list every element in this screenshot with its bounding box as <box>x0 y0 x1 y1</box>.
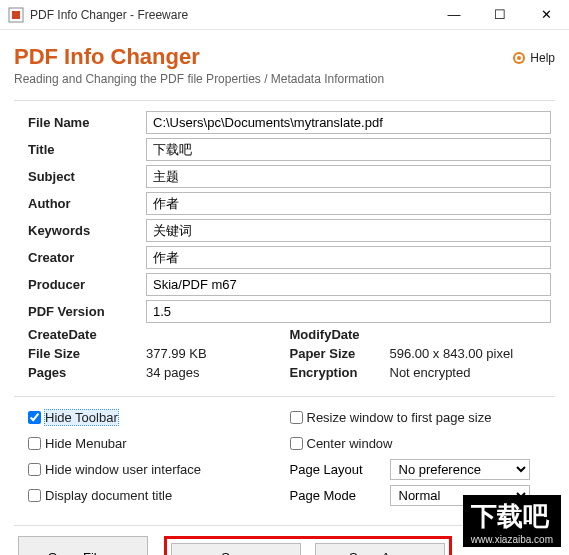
app-icon <box>8 7 24 23</box>
pages-value: 34 pages <box>146 365 200 380</box>
window-title: PDF Info Changer - Freeware <box>30 8 431 22</box>
keywords-label: Keywords <box>28 223 146 238</box>
maximize-button[interactable]: ☐ <box>477 0 523 30</box>
author-label: Author <box>28 196 146 211</box>
center-window-label: Center window <box>307 436 393 451</box>
file-name-label: File Name <box>28 115 146 130</box>
hide-toolbar-label: Hide Toolbar <box>45 410 118 425</box>
producer-input[interactable] <box>146 273 551 296</box>
watermark-text: 下载吧 <box>471 501 549 531</box>
tagline: Reading and Changing the PDF file Proper… <box>14 72 555 86</box>
app-title: PDF Info Changer <box>14 44 200 70</box>
watermark-url: www.xiazaiba.com <box>471 534 553 545</box>
pdf-version-input[interactable] <box>146 300 551 323</box>
keywords-input[interactable] <box>146 219 551 242</box>
hide-ui-checkbox[interactable] <box>28 463 41 476</box>
window-controls: — ☐ ✕ <box>431 0 569 30</box>
producer-label: Producer <box>28 277 146 292</box>
hide-ui-label: Hide window user interface <box>45 462 201 477</box>
svg-point-4 <box>517 56 521 60</box>
help-icon <box>511 50 527 66</box>
display-title-checkbox[interactable] <box>28 489 41 502</box>
creator-input[interactable] <box>146 246 551 269</box>
open-file-button[interactable]: Open File ... <box>18 536 148 555</box>
modify-date-label: ModifyDate <box>290 327 390 342</box>
paper-size-label: Paper Size <box>290 346 390 361</box>
page-layout-select[interactable]: No preference <box>390 459 530 480</box>
properties-form: File Name Title Subject Author Keywords … <box>0 101 569 388</box>
hide-menubar-label: Hide Menubar <box>45 436 127 451</box>
page-mode-label: Page Mode <box>290 488 390 503</box>
minimize-button[interactable]: — <box>431 0 477 30</box>
header: PDF Info Changer Help Reading and Changi… <box>0 30 569 92</box>
pdf-version-label: PDF Version <box>28 304 146 319</box>
center-window-checkbox[interactable] <box>290 437 303 450</box>
file-size-label: File Size <box>28 346 146 361</box>
close-button[interactable]: ✕ <box>523 0 569 30</box>
encryption-label: Encryption <box>290 365 390 380</box>
resize-window-label: Resize window to first page size <box>307 410 492 425</box>
paper-size-value: 596.00 x 843.00 pixel <box>390 346 514 361</box>
help-link[interactable]: Help <box>511 50 555 66</box>
save-as-button[interactable]: Save As ... <box>315 543 445 555</box>
pages-label: Pages <box>28 365 146 380</box>
creator-label: Creator <box>28 250 146 265</box>
help-label: Help <box>530 51 555 65</box>
hide-toolbar-checkbox[interactable] <box>28 411 41 424</box>
title-label: Title <box>28 142 146 157</box>
file-size-value: 377.99 KB <box>146 346 207 361</box>
file-name-input[interactable] <box>146 111 551 134</box>
subject-label: Subject <box>28 169 146 184</box>
save-button[interactable]: Save <box>171 543 301 555</box>
subject-input[interactable] <box>146 165 551 188</box>
hide-menubar-checkbox[interactable] <box>28 437 41 450</box>
display-title-label: Display document title <box>45 488 172 503</box>
resize-window-checkbox[interactable] <box>290 411 303 424</box>
encryption-value: Not encrypted <box>390 365 471 380</box>
watermark: 下载吧 www.xiazaiba.com <box>463 495 561 547</box>
svg-rect-1 <box>12 11 20 19</box>
author-input[interactable] <box>146 192 551 215</box>
page-layout-label: Page Layout <box>290 462 390 477</box>
title-input[interactable] <box>146 138 551 161</box>
title-bar: PDF Info Changer - Freeware — ☐ ✕ <box>0 0 569 30</box>
create-date-label: CreateDate <box>28 327 146 342</box>
highlighted-buttons: Save Save As ... <box>164 536 452 555</box>
